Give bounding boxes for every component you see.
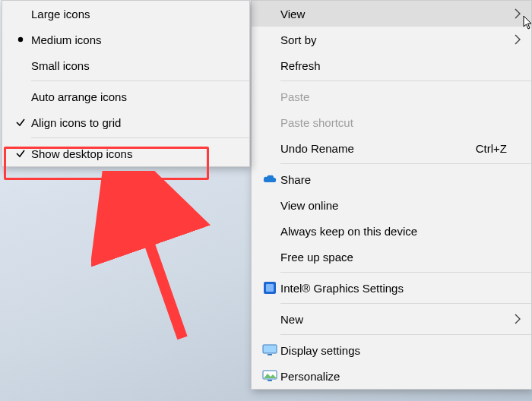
svg-point-6 (18, 37, 23, 42)
view-submenu: Large icons Medium icons Small icons Aut… (2, 0, 250, 167)
menu-item-label: Always keep on this device (280, 225, 511, 238)
menu-item-label: Undo Rename (280, 142, 476, 155)
menu-item-label: Paste shortcut (280, 116, 511, 129)
menu-item-label: Refresh (280, 59, 511, 72)
menu-item-refresh[interactable]: Refresh (252, 52, 531, 78)
menu-separator (31, 137, 249, 138)
checkmark-icon (10, 148, 31, 159)
menu-item-display-settings[interactable]: Display settings (252, 337, 531, 363)
svg-rect-1 (266, 284, 274, 292)
submenu-arrow-icon (511, 313, 524, 325)
menu-item-label: New (280, 313, 511, 326)
menu-item-medium-icons[interactable]: Medium icons (2, 27, 249, 52)
menu-item-label: Show desktop icons (31, 147, 242, 160)
menu-item-align-to-grid[interactable]: Align icons to grid (2, 109, 249, 135)
menu-item-personalize[interactable]: Personalize (252, 363, 531, 389)
menu-item-view[interactable]: View (252, 1, 531, 27)
menu-item-label: Intel® Graphics Settings (280, 282, 511, 295)
menu-item-label: Paste (280, 90, 511, 103)
menu-item-label: Display settings (280, 344, 511, 357)
menu-item-label: Large icons (31, 8, 242, 21)
menu-item-label: Personalize (280, 370, 511, 383)
menu-separator (280, 81, 531, 81)
display-settings-icon (259, 344, 280, 356)
menu-item-label: Sort by (280, 33, 511, 46)
menu-separator (31, 81, 249, 81)
annotation-arrow-icon (91, 171, 213, 353)
menu-item-label: Auto arrange icons (31, 90, 242, 103)
svg-rect-3 (268, 354, 272, 355)
radio-bullet-icon (10, 36, 31, 43)
menu-item-large-icons[interactable]: Large icons (2, 1, 249, 27)
menu-item-paste-shortcut: Paste shortcut (252, 109, 531, 135)
menu-item-new[interactable]: New (252, 306, 531, 332)
menu-item-label: Free up space (280, 251, 511, 264)
checkmark-icon (10, 117, 31, 128)
submenu-arrow-icon (511, 33, 524, 46)
svg-rect-2 (263, 345, 277, 353)
menu-item-sort-by[interactable]: Sort by (252, 27, 531, 52)
menu-separator (280, 163, 531, 164)
menu-separator (280, 303, 531, 304)
menu-separator (280, 334, 531, 335)
onedrive-share-icon (259, 175, 280, 184)
menu-item-label: Align icons to grid (31, 116, 242, 129)
menu-item-free-up[interactable]: Free up space (252, 244, 531, 270)
menu-item-accelerator: Ctrl+Z (476, 142, 511, 155)
svg-rect-5 (268, 380, 272, 381)
menu-item-label: Share (280, 173, 511, 186)
menu-item-auto-arrange[interactable]: Auto arrange icons (2, 84, 249, 109)
menu-item-show-desktop-icons[interactable]: Show desktop icons (2, 141, 249, 166)
desktop-context-menu: View Sort by Refresh Paste Paste shortcu… (251, 0, 532, 390)
svg-line-7 (129, 186, 182, 338)
menu-item-small-icons[interactable]: Small icons (2, 52, 249, 78)
menu-item-share[interactable]: Share (252, 166, 531, 192)
menu-item-label: Small icons (31, 59, 242, 72)
intel-graphics-icon (259, 281, 280, 295)
menu-item-label: Medium icons (31, 33, 242, 46)
menu-item-always-keep[interactable]: Always keep on this device (252, 218, 531, 244)
menu-item-paste: Paste (252, 84, 531, 109)
menu-item-undo-rename[interactable]: Undo Rename Ctrl+Z (252, 135, 531, 161)
menu-separator (280, 272, 531, 273)
menu-item-label: View online (280, 199, 511, 212)
menu-item-label: View (280, 8, 511, 21)
menu-item-view-online[interactable]: View online (252, 192, 531, 218)
personalize-icon (259, 370, 280, 382)
submenu-arrow-icon (511, 8, 524, 20)
menu-item-graphics-settings[interactable]: Intel® Graphics Settings (252, 275, 531, 301)
